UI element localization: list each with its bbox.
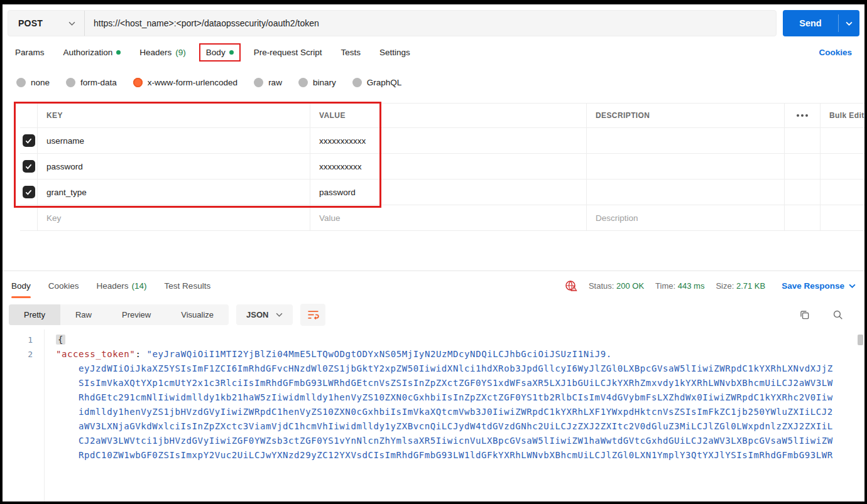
mode-graphql[interactable]: GraphQL (352, 78, 402, 87)
mode-none[interactable]: none (16, 78, 50, 87)
json-key: "access_token" (56, 349, 135, 359)
table-header-row: KEY VALUE DESCRIPTION Bulk Edit (20, 103, 864, 128)
value-field[interactable]: xxxxxxxxxx (310, 154, 587, 179)
key-field[interactable]: password (38, 154, 310, 179)
code-line: idmlldy1henVyZS1jbHVzdGVyIiwiZWRpdC1henV… (3, 405, 864, 419)
status-badge: Status: 200 OK (589, 281, 644, 291)
json-value-wrapped: idmlldy1henVyZS1jbHVzdGVyIiwiZWRpdC1henV… (79, 405, 833, 419)
chevron-down-icon (68, 21, 75, 26)
response-tab-body[interactable]: Body (11, 271, 31, 301)
chevron-down-icon[interactable] (839, 21, 859, 26)
key-field-placeholder[interactable]: Key (38, 205, 310, 230)
json-value-wrapped: RpdC10ZW1wbGF0ZSIsImxpY2Vuc2UiLCJwYXNzd2… (79, 448, 833, 463)
tab-prerequest-script[interactable]: Pre-request Script (254, 48, 322, 57)
column-header-description: DESCRIPTION (587, 104, 785, 127)
mode-x-www-form-urlencoded[interactable]: x-www-form-urlencoded (133, 78, 237, 87)
value-field[interactable]: xxxxxxxxxxx (310, 128, 587, 153)
url-input[interactable]: https://<host_name>:<port>/dataopssecuri… (85, 11, 776, 36)
json-value-wrapped: CJ2aWV3LWVtci1jbHVzdGVyIiwiZGF0YWZsb3ctZ… (79, 434, 833, 448)
description-field[interactable] (587, 180, 785, 205)
radio-icon (298, 78, 308, 87)
response-actions (799, 309, 858, 320)
response-tab-headers[interactable]: Headers(14) (97, 271, 147, 301)
view-tab-visualize[interactable]: Visualize (166, 304, 229, 325)
tab-settings[interactable]: Settings (379, 48, 410, 57)
table-row: password xxxxxxxxxx (20, 154, 864, 180)
cookies-link[interactable]: Cookies (819, 48, 852, 57)
network-warning-icon[interactable] (565, 280, 577, 292)
value-field-placeholder[interactable]: Value (310, 205, 587, 230)
copy-icon[interactable] (799, 309, 810, 320)
tab-authorization[interactable]: Authorization (63, 48, 121, 57)
code-line: 1 { (3, 333, 864, 347)
value-field[interactable]: password (310, 180, 587, 205)
open-brace: { (56, 335, 65, 345)
mode-form-data[interactable]: form-data (66, 78, 117, 87)
method-label: POST (18, 18, 43, 28)
description-field[interactable] (587, 128, 785, 153)
size-badge: Size: 2.71 KB (716, 281, 765, 291)
code-line: CJ2aWV3LWVtci1jbHVzdGVyIiwiZGF0YWZsb3ctZ… (3, 434, 864, 448)
format-dropdown[interactable]: JSON (236, 304, 293, 325)
view-tab-preview[interactable]: Preview (107, 304, 166, 325)
header-checkbox-cell (20, 104, 38, 127)
response-body-viewer: 1 { 2 "access_token": "eyJraWQiOiI1MTI2Y… (3, 330, 864, 502)
key-field[interactable]: grant_type (38, 180, 310, 205)
description-field-placeholder[interactable]: Description (587, 205, 785, 230)
code-line: RhdGEtc291cmNlIiwidmlldy1kb21haW5zIiwidm… (3, 390, 864, 405)
json-value-wrapped: SIsImVkaXQtYXp1cmUtY2x1c3RlciIsImRhdGFmb… (79, 376, 833, 390)
code-line: RpdC10ZW1wbGF0ZSIsImxpY2Vuc2UiLCJwYXNzd2… (3, 448, 864, 463)
tab-tests[interactable]: Tests (341, 48, 361, 57)
request-response-gap (3, 231, 864, 271)
send-button[interactable]: Send (783, 10, 859, 36)
save-response-button[interactable]: Save Response (782, 281, 856, 291)
view-tab-raw[interactable]: Raw (60, 304, 107, 325)
mode-binary[interactable]: binary (298, 78, 336, 87)
request-tabs: Params Authorization Headers(9) Body Pre… (3, 36, 864, 68)
send-label: Send (783, 18, 838, 28)
search-icon[interactable] (832, 309, 843, 320)
table-row: username xxxxxxxxxxx (20, 128, 864, 154)
code-line: SIsImVkaXQtYXp1cmUtY2x1c3RlciIsImRhdGFmb… (3, 376, 864, 390)
green-dot-icon (229, 50, 234, 55)
green-dot-icon (116, 50, 121, 55)
json-value: "eyJraWQiOiI1MTI2YjBlZi04MmE5LTQwODgtODY… (146, 349, 611, 359)
code-line: 2 "access_token": "eyJraWQiOiI1MTI2YjBlZ… (3, 347, 864, 362)
checkbox-checked-icon[interactable] (23, 134, 35, 147)
view-tab-pretty[interactable]: Pretty (9, 304, 60, 325)
urlencoded-table: KEY VALUE DESCRIPTION Bulk Edit username… (20, 103, 864, 231)
postman-window: POST https://<host_name>:<port>/dataopss… (0, 0, 867, 504)
empty-table-row: Key Value Description (20, 205, 864, 231)
body-mode-selector: none form-data x-www-form-urlencoded raw… (3, 70, 864, 94)
key-field[interactable]: username (38, 128, 310, 153)
request-bar: POST https://<host_name>:<port>/dataopss… (8, 10, 859, 36)
wrap-lines-button[interactable] (300, 304, 325, 326)
method-selector[interactable]: POST (8, 11, 85, 36)
bulk-edit-button[interactable]: Bulk Edit (821, 104, 864, 127)
json-value-wrapped: aWV3LXNjaGVkdWxlciIsInZpZXctc3ViamVjdC1h… (79, 419, 833, 434)
annotation-box-body-tab: Body (199, 43, 241, 62)
response-view-toolbar: Pretty Raw Preview Visualize JSON (3, 301, 864, 330)
json-value-wrapped: eyJzdWIiOiJkaXZ5YSIsImF1ZCI6ImRhdGFvcHNz… (79, 362, 833, 376)
tab-headers[interactable]: Headers(9) (139, 48, 186, 57)
response-tab-cookies[interactable]: Cookies (48, 271, 79, 301)
more-options-button[interactable] (785, 104, 821, 127)
code-line: aWV3LXNjaGVkdWxlciIsInZpZXctc3ViamVjdC1h… (3, 419, 864, 434)
time-badge: Time: 443 ms (655, 281, 704, 291)
description-field[interactable] (587, 154, 785, 179)
tab-body[interactable]: Body (206, 48, 234, 57)
ellipsis-icon (793, 114, 811, 117)
radio-icon (352, 78, 362, 87)
headers-count-badge: (9) (175, 48, 186, 57)
tab-params[interactable]: Params (15, 48, 45, 57)
scrollbar-thumb[interactable] (858, 335, 863, 345)
radio-selected-icon (133, 78, 143, 87)
mode-raw[interactable]: raw (254, 78, 282, 87)
url-group: POST https://<host_name>:<port>/dataopss… (8, 10, 777, 36)
response-tab-test-results[interactable]: Test Results (165, 271, 211, 301)
radio-icon (66, 78, 75, 87)
checkbox-checked-icon[interactable] (23, 186, 35, 198)
json-value-wrapped: RhdGEtc291cmNlIiwidmlldy1kb21haW5zIiwidm… (79, 390, 833, 405)
checkbox-checked-icon[interactable] (23, 160, 35, 173)
radio-icon (254, 78, 263, 87)
